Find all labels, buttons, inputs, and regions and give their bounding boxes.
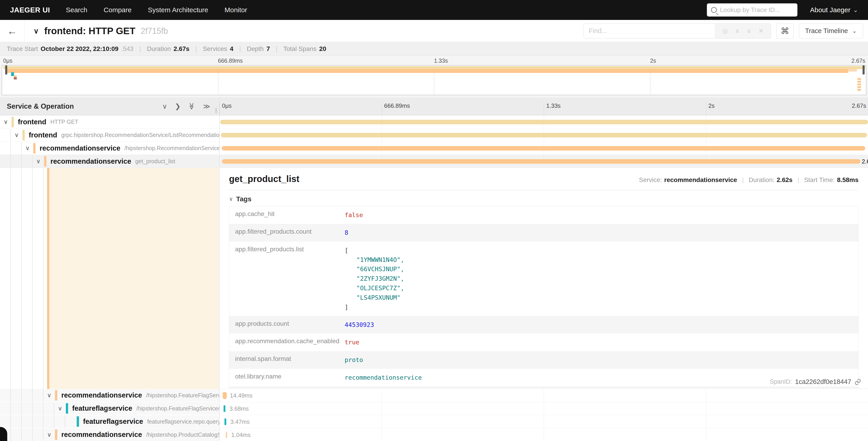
service-name: recommendationservice — [40, 144, 120, 152]
span-bar-cell[interactable]: 14.49ms — [219, 389, 868, 402]
tag-key: internal.span.format — [229, 351, 342, 369]
tag-key: app.filtered_products.count — [229, 224, 342, 241]
table-row[interactable]: ∨ featureflagservice /hipstershop.Featur… — [0, 402, 868, 415]
tag-row: otel.library.name recommendationservice — [229, 369, 858, 386]
nav-item-system-architecture[interactable]: System Architecture — [148, 6, 208, 14]
table-row-selected[interactable]: ∨ recommendationservice get_product_list… — [0, 155, 868, 168]
expand-all-icon[interactable]: ≫ — [203, 102, 210, 110]
chevron-down-icon[interactable]: ∨ — [4, 118, 8, 125]
link-icon[interactable] — [855, 379, 861, 385]
column-resize-grip[interactable]: ∥ — [215, 107, 218, 113]
tag-row: app.filtered_products.count 8 — [229, 224, 858, 241]
table-row[interactable]: ∨ featureflagservice featureflagservice.… — [0, 415, 868, 428]
table-row[interactable]: ∨ recommendationservice /hipstershop.Fea… — [0, 389, 868, 402]
span-duration-label: 2.62s — [862, 158, 868, 165]
chevron-down-icon[interactable]: ∨ — [47, 392, 51, 399]
collapse-one-icon[interactable]: ∨ — [162, 102, 167, 110]
match-target-icon[interactable]: ◎ — [722, 28, 728, 34]
tag-value: true — [342, 333, 858, 351]
tag-value: false — [342, 206, 858, 224]
app-logo[interactable]: JAEGER UI — [10, 6, 50, 14]
operation-name: featureflagservice.repo.query:fe... — [147, 418, 219, 425]
service-value: recommendationservice — [664, 176, 737, 184]
span-bar-cell[interactable]: 3.68ms — [219, 402, 868, 415]
range-handle-left[interactable] — [5, 65, 7, 75]
expand-one-icon[interactable]: ❯ — [175, 102, 181, 110]
minimap-span-productcatalog — [14, 76, 17, 80]
table-row[interactable]: ∨ frontend grpc.hipstershop.Recommendati… — [0, 128, 868, 142]
ruler-tick: 0μs — [219, 102, 231, 115]
trace-view-selector[interactable]: Trace Timeline ⌄ — [799, 24, 863, 38]
depth-label: Depth — [247, 45, 264, 53]
service-color-bar — [22, 130, 25, 140]
service-name: featureflagservice — [83, 417, 143, 425]
operation-name: /hipstershop.FeatureFlagService... — [146, 392, 219, 399]
range-handle-right[interactable] — [863, 65, 865, 75]
chevron-down-icon[interactable]: ∨ — [14, 131, 19, 139]
find-input[interactable] — [584, 24, 715, 38]
minimap-span-tail-5 — [857, 89, 861, 91]
span-bar[interactable] — [220, 120, 868, 124]
clear-find-icon[interactable]: ✕ — [758, 28, 764, 34]
table-row[interactable]: ∨ frontend HTTP GET — [0, 115, 868, 128]
list-item: "1YMWWN1N4O", — [345, 255, 856, 265]
list-item: "OLJCESPC7Z", — [345, 284, 856, 293]
service-label: Service: — [639, 176, 662, 184]
tag-value-list: [ "1YMWWN1N4O", "66VCHSJNUP", "2ZYFJ3GM2… — [342, 241, 858, 316]
service-color-bar — [55, 430, 57, 440]
table-row[interactable]: ∨ recommendationservice /hipstershop.Rec… — [0, 142, 868, 155]
service-name: frontend — [29, 131, 57, 139]
next-match-icon[interactable]: ∨ — [747, 28, 751, 34]
span-bar-cell[interactable]: 1.04ms — [219, 428, 868, 441]
tag-row: app.products.count 44530923 — [229, 316, 858, 334]
span-bar[interactable] — [221, 133, 867, 138]
about-jaeger-menu[interactable]: About Jaeger ⌄ — [810, 6, 858, 14]
span-bar-cell[interactable] — [219, 128, 868, 142]
span-bar[interactable] — [226, 432, 227, 438]
list-item: "LS4PSXUNUM" — [345, 293, 856, 302]
span-bar-cell[interactable]: 3.47ms — [219, 415, 868, 428]
nav-item-search[interactable]: Search — [66, 6, 87, 14]
divider — [229, 190, 859, 190]
span-bar-cell[interactable] — [219, 142, 868, 155]
minimap-canvas[interactable] — [2, 65, 866, 95]
span-bar[interactable] — [224, 418, 226, 425]
trace-lookup-input[interactable] — [720, 6, 793, 13]
span-duration-label: 14.49ms — [230, 392, 252, 399]
table-row[interactable]: ∨ recommendationservice /hipstershop.Pro… — [0, 428, 868, 441]
trace-start-value: October 22 2022, 22:10:09 — [40, 45, 118, 53]
span-bar[interactable] — [223, 392, 227, 399]
duration-value: 2.67s — [174, 45, 189, 53]
service-name: recommendationservice — [61, 431, 142, 439]
span-bar-cell[interactable]: 2.62s — [219, 155, 868, 168]
trace-id: 2f715fb — [141, 26, 168, 36]
chevron-down-icon[interactable]: ∨ — [47, 431, 51, 438]
chevron-down-icon[interactable]: ∨ — [36, 158, 40, 165]
tag-row: app.filtered_products.list [ "1YMWWN1N4O… — [229, 241, 858, 316]
span-bar-cell[interactable] — [219, 115, 868, 128]
nav-item-monitor[interactable]: Monitor — [224, 6, 247, 14]
chevron-down-icon[interactable]: ∨ — [58, 405, 62, 412]
collapse-all-icon[interactable]: ≫ — [188, 103, 196, 110]
collapse-trace-chevron-icon[interactable]: ∨ — [33, 27, 39, 35]
tag-key: app.products.count — [229, 316, 342, 334]
keyboard-shortcuts-button[interactable]: ⌘ — [776, 24, 794, 38]
trace-minimap: 0μs 666.89ms 1.33s 2s 2.67s — [0, 56, 868, 97]
prev-match-icon[interactable]: ∧ — [735, 28, 740, 34]
span-id-label: SpanID: — [770, 378, 792, 385]
tags-section-title: Tags — [236, 195, 252, 203]
back-button[interactable]: ← — [0, 20, 25, 42]
tags-section-toggle[interactable]: ∨ Tags — [229, 195, 859, 203]
operation-name: HTTP GET — [51, 119, 78, 125]
span-bar[interactable] — [223, 405, 225, 412]
span-bar[interactable] — [222, 146, 865, 151]
command-icon: ⌘ — [781, 26, 789, 36]
nav-item-compare[interactable]: Compare — [104, 6, 131, 14]
search-icon — [711, 7, 717, 13]
span-bar[interactable] — [222, 159, 860, 164]
chevron-down-icon[interactable]: ∨ — [25, 145, 30, 152]
tag-key: app.cache_hit — [229, 206, 342, 224]
span-detail-accent — [47, 168, 219, 389]
minimap-tick: 1.33s — [434, 58, 448, 64]
tag-key: app.recommendation.cache_enabled — [229, 333, 342, 351]
